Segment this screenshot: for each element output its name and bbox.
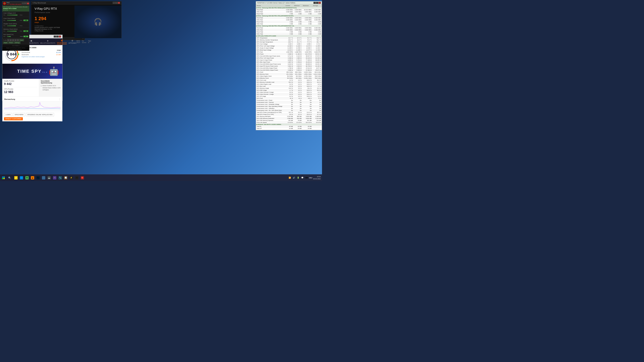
my-scores-btn[interactable]: My scores bbox=[82, 40, 86, 43]
sensor-cell: 12.960 V bbox=[302, 47, 312, 49]
sensor-cell: 0.000 MB/s bbox=[312, 27, 322, 29]
taskbar-search-btn[interactable]: 🔍 bbox=[7, 175, 12, 180]
sensor-cell: 4,260 RPM bbox=[302, 51, 312, 53]
taskbar-app-chrome[interactable]: ⚙ bbox=[24, 175, 30, 180]
nav-stress[interactable]: ◈ BELASTUNGSTESTS bbox=[40, 39, 55, 44]
vray-close-btn[interactable]: × bbox=[118, 2, 120, 4]
speichern-btn[interactable]: SPEICHERN bbox=[13, 113, 25, 116]
profile-3-btn[interactable]: 3 bbox=[12, 39, 14, 41]
settings-btn[interactable]: Settings bbox=[14, 41, 20, 44]
sensor-cell: Performance Limit - Power bbox=[256, 99, 285, 101]
notification-icon[interactable]: 💬 bbox=[301, 176, 304, 179]
apply-btn[interactable]: Apply bbox=[3, 41, 8, 44]
sensor-cell: 2,159.4 MHz bbox=[302, 77, 312, 79]
uberwachung-menu-icon[interactable]: ⋮ bbox=[59, 98, 61, 100]
taskbar-app-edge[interactable]: 🌐 bbox=[19, 175, 24, 180]
misc1-icon: 🎵 bbox=[42, 176, 45, 179]
sensor-cell: Yes bbox=[312, 99, 322, 101]
taskbar-app-blender[interactable]: ▲ bbox=[30, 175, 35, 180]
profile-1-btn[interactable]: 1 bbox=[7, 39, 9, 41]
sensor-table-row: GPU Memory Usage13.6 %5.5 %36.4 %15.2 % bbox=[256, 87, 322, 89]
fan-speed-track[interactable] bbox=[7, 36, 20, 37]
taskbar-app-misc5[interactable]: 📊 bbox=[63, 175, 68, 180]
mark3d-maximize-btn[interactable]: □ bbox=[56, 35, 58, 37]
sensor-table-row: Read Total0 MB0 MB0 MB0 MB bbox=[256, 21, 322, 23]
mark3d-close-btn[interactable]: × bbox=[59, 35, 61, 37]
sensor-cell: GPU 16-pin #1 Input Voltage bbox=[256, 47, 285, 49]
sensor-minimize-btn[interactable]: – bbox=[314, 2, 316, 4]
memory-clock-section: Memory Clock (MHz) Min Max +400 bbox=[2, 28, 29, 33]
sensor-table-row: GPU PCIe +12V Input Power0.398 W2.969 W6… bbox=[256, 57, 322, 59]
sensor-cell: 0 MB bbox=[302, 13, 312, 15]
sensor-cell: 2,205.0 MHz bbox=[302, 71, 312, 73]
sensor-cell: 26.454 W bbox=[302, 61, 312, 63]
run-again-btn[interactable]: ERNEUT AUSFÜHREN bbox=[4, 117, 23, 120]
sensor-cell: 0.0 % bbox=[285, 91, 294, 93]
shader-clock-track[interactable] bbox=[7, 25, 20, 26]
compare-link[interactable]: Ergebnisse von selben Gerät anzeigen bbox=[22, 56, 61, 57]
sensor-table-row: Total GPU Power (normalized) [% of TDP]1… bbox=[256, 111, 322, 113]
profile-5-btn[interactable]: 5 bbox=[17, 39, 19, 41]
memory-clock-track[interactable] bbox=[7, 31, 20, 32]
battery-icon[interactable]: 🔋 bbox=[296, 176, 300, 179]
mark3d-header-right: NEW TEST My scores Sign In bbox=[76, 40, 91, 43]
taskbar-app-misc6[interactable]: ⚡ bbox=[69, 175, 74, 180]
sensor-cell: 4.786 W bbox=[294, 61, 302, 63]
compare-online-btn[interactable]: ERGEBNIS ONLINE VERGLEICHEN bbox=[26, 113, 54, 116]
core-voltage-track[interactable] bbox=[7, 14, 20, 15]
taskbar-app-misc3[interactable]: 🎮 bbox=[52, 175, 57, 180]
taskbar-app-photoshop[interactable]: Ps bbox=[36, 175, 40, 180]
sensor-cell: 15.2 % bbox=[312, 87, 322, 89]
msi-minimize-btn[interactable]: – bbox=[22, 2, 24, 4]
sensor-maximize-btn[interactable]: □ bbox=[316, 2, 318, 4]
sensor-cell: 0 MB bbox=[294, 13, 302, 15]
sensor-cell: 86.899 W bbox=[302, 63, 312, 65]
taskbar-app-misc7[interactable]: 🛡 bbox=[74, 175, 79, 180]
taskbar-app-misc2[interactable]: 💻 bbox=[46, 175, 52, 180]
sensor-cell: 1.796 W bbox=[285, 67, 294, 69]
profile-2-btn[interactable]: 2 bbox=[10, 39, 12, 41]
taskbar-start-btn[interactable] bbox=[0, 174, 7, 181]
sensor-section-header: ▶Drive: Samsung SSD 860 PRO 4TB (S4PSNN0… bbox=[256, 15, 322, 17]
taskbar-app-explorer[interactable]: 📁 bbox=[14, 175, 18, 180]
profile-4-btn[interactable]: 4 bbox=[14, 39, 16, 41]
sign-in-btn[interactable]: Sign In bbox=[88, 40, 91, 43]
nav-options[interactable]: ⚙ OPTIONEN bbox=[68, 39, 76, 44]
msi-version-text: 4.6.4 Beta 3 bbox=[12, 45, 19, 46]
vray-config-area: Configuration NVIDIA NVIDIA RTX A4000 16… bbox=[34, 25, 60, 32]
taskbar-app-misc4[interactable]: 🔧 bbox=[58, 175, 63, 180]
sensor-scroll-area[interactable]: Sensor Current Minimum Maximum Average ▶… bbox=[256, 4, 322, 130]
volume-icon[interactable]: 🔊 bbox=[292, 176, 296, 179]
new-test-btn[interactable]: NEW TEST bbox=[76, 40, 80, 43]
msi-close-btn[interactable]: × bbox=[27, 2, 29, 4]
laden-btn[interactable]: LADEN bbox=[4, 113, 12, 116]
sensor-table-row: GPU Bus Load0.0 %0.0 %100.0 %1.7 % bbox=[256, 85, 322, 87]
sensor-cell: 100.0 % bbox=[302, 93, 312, 95]
network-icon[interactable]: 📶 bbox=[288, 176, 292, 179]
nav-results[interactable]: ▦ ERGEBNISSE bbox=[57, 39, 67, 44]
sensor-cell: Total GPU Power (normalized) [% of TDP] bbox=[256, 111, 285, 113]
bestmarke-row: Bestmarke 12 184 bbox=[22, 54, 61, 55]
taskbar-app-misc1[interactable]: 🎵 bbox=[41, 175, 46, 180]
vray-minimize-btn[interactable]: – bbox=[113, 2, 115, 4]
msi-maximize-btn[interactable]: □ bbox=[24, 2, 27, 4]
save-profile-btn[interactable]: Save bbox=[19, 39, 24, 41]
vray-maximize-btn[interactable]: □ bbox=[115, 2, 118, 4]
sensor-cell: 0.0 % bbox=[285, 79, 294, 81]
mark3d-minimize-btn[interactable]: – bbox=[54, 35, 56, 37]
taskbar-app-misc8[interactable]: 🔴 bbox=[80, 175, 85, 180]
sensor-cell: No bbox=[312, 105, 322, 107]
sensor-close-btn[interactable]: × bbox=[318, 2, 321, 4]
reset-btn[interactable]: Reset bbox=[8, 41, 14, 44]
sensor-cell: 39.9 % bbox=[312, 89, 322, 91]
win-logo-q1 bbox=[2, 176, 3, 178]
sensor-cell: Yes bbox=[302, 105, 312, 107]
sensor-cell: Write Total bbox=[256, 23, 285, 25]
sensor-table-row: GPU Video Engine Clock56.5 MHz46.0 MHz2,… bbox=[256, 75, 322, 77]
core-clock-track[interactable] bbox=[7, 20, 20, 21]
col-average: Average bbox=[312, 4, 322, 7]
sensor-cell: No bbox=[294, 101, 302, 103]
sensor-cell: 0 MB bbox=[312, 33, 322, 35]
sensor-cell: 0.000 MB/s bbox=[285, 11, 294, 13]
sensor-table-row: GPU Effective Clock56.5 MHz46.0 MHz2,159… bbox=[256, 77, 322, 79]
